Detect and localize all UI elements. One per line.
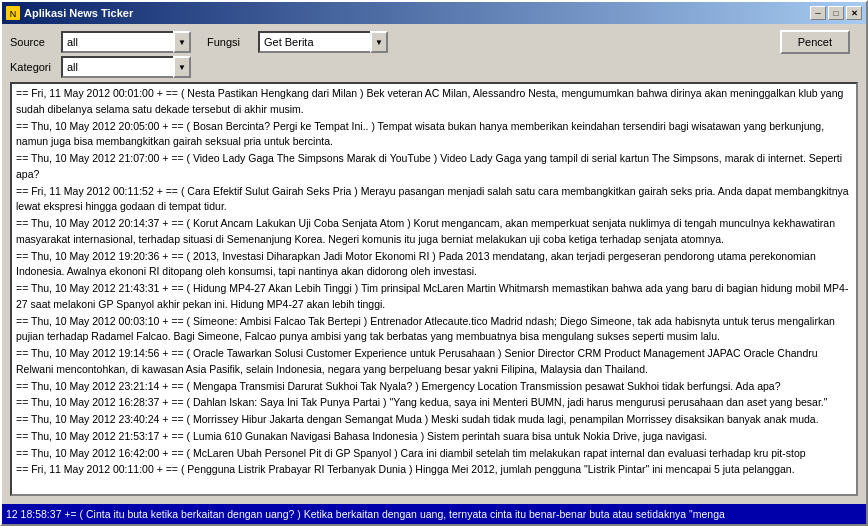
- list-item: == Thu, 10 May 2012 20:05:00 + == ( Bosa…: [16, 119, 852, 151]
- controls-area: Source all ▼ Fungsi Get Berita ▼ Pencet: [2, 24, 866, 56]
- main-window: N Aplikasi News Ticker ─ □ ✕ Source all …: [0, 0, 868, 526]
- list-item: == Thu, 10 May 2012 23:21:14 + == ( Meng…: [16, 379, 852, 395]
- list-item: == Thu, 10 May 2012 19:14:56 + == ( Orac…: [16, 346, 852, 378]
- fungsi-label: Fungsi: [207, 36, 252, 48]
- kategori-label: Kategori: [10, 61, 55, 73]
- minimize-button[interactable]: ─: [810, 6, 826, 20]
- source-group: Source all ▼: [10, 31, 191, 53]
- window-title: Aplikasi News Ticker: [24, 7, 810, 19]
- list-item: == Thu, 10 May 2012 16:28:37 + == ( Dahl…: [16, 395, 852, 411]
- list-item: == Thu, 10 May 2012 16:42:00 + == ( McLa…: [16, 446, 852, 462]
- svg-text:N: N: [10, 9, 17, 19]
- fungsi-select[interactable]: Get Berita: [258, 31, 388, 53]
- close-button[interactable]: ✕: [846, 6, 862, 20]
- news-text-area[interactable]: == Fri, 11 May 2012 00:01:00 + == ( Nest…: [10, 82, 858, 496]
- window-icon: N: [6, 6, 20, 20]
- pencet-button[interactable]: Pencet: [780, 30, 850, 54]
- kategori-select-wrapper[interactable]: all ▼: [61, 56, 191, 78]
- content-area: == Fri, 11 May 2012 00:01:00 + == ( Nest…: [2, 82, 866, 504]
- list-item: == Thu, 10 May 2012 19:20:36 + == ( 2013…: [16, 249, 852, 281]
- source-label: Source: [10, 36, 55, 48]
- maximize-button[interactable]: □: [828, 6, 844, 20]
- status-text: 12 18:58:37 += ( Cinta itu buta ketika b…: [6, 508, 725, 520]
- source-select-wrapper[interactable]: all ▼: [61, 31, 191, 53]
- fungsi-group: Fungsi Get Berita ▼: [207, 31, 388, 53]
- status-bar: 12 18:58:37 += ( Cinta itu buta ketika b…: [2, 504, 866, 524]
- list-item: == Thu, 10 May 2012 21:53:17 + == ( Lumi…: [16, 429, 852, 445]
- fungsi-select-wrapper[interactable]: Get Berita ▼: [258, 31, 388, 53]
- window-controls: ─ □ ✕: [810, 6, 862, 20]
- kategori-row: Kategori all ▼: [2, 56, 866, 82]
- title-bar: N Aplikasi News Ticker ─ □ ✕: [2, 2, 866, 24]
- list-item: == Thu, 10 May 2012 20:14:37 + == ( Koru…: [16, 216, 852, 248]
- list-item: == Fri, 11 May 2012 00:11:52 + == ( Cara…: [16, 184, 852, 216]
- list-item: == Thu, 10 May 2012 21:07:00 + == ( Vide…: [16, 151, 852, 183]
- list-item: == Thu, 10 May 2012 23:40:24 + == ( Morr…: [16, 412, 852, 428]
- list-item: == Fri, 11 May 2012 00:11:00 + == ( Peng…: [16, 462, 852, 478]
- source-select[interactable]: all: [61, 31, 191, 53]
- list-item: == Thu, 10 May 2012 00:03:10 + == ( Sime…: [16, 314, 852, 346]
- kategori-select[interactable]: all: [61, 56, 191, 78]
- list-item: == Fri, 11 May 2012 00:01:00 + == ( Nest…: [16, 86, 852, 118]
- list-item: == Thu, 10 May 2012 21:43:31 + == ( Hidu…: [16, 281, 852, 313]
